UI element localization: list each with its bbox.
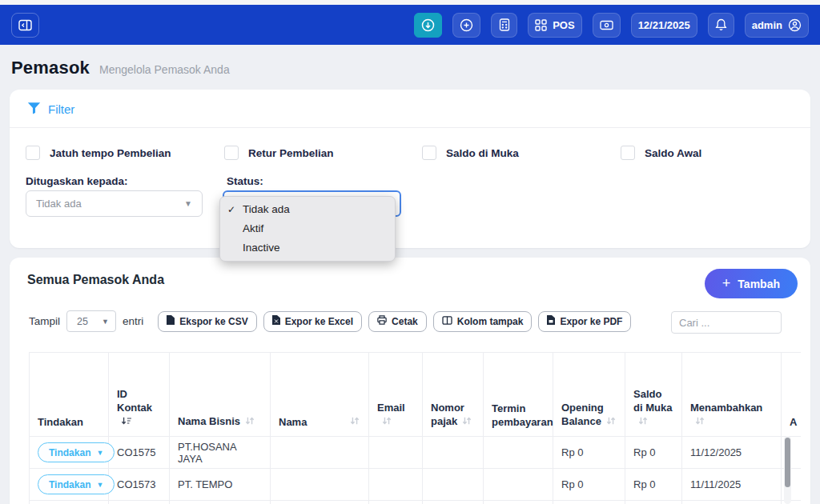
cell-payment-terms	[484, 437, 553, 469]
add-button-label: Tambah	[738, 278, 780, 290]
notifications-button[interactable]	[708, 13, 734, 38]
cell-saldo-di-muka: Rp 0	[625, 469, 682, 501]
quick-download-button[interactable]	[414, 13, 442, 38]
top-navbar: POS 12/21/2025 admin	[0, 5, 820, 45]
cell-opening-balance: Rp 0	[553, 469, 625, 501]
export-pdf-button[interactable]: Expor ke PDF	[538, 311, 631, 332]
export-excel-label: Expor ke Excel	[285, 316, 353, 327]
col-label: A	[790, 416, 797, 428]
cell-tax-no	[423, 469, 484, 501]
date-label: 12/21/2025	[638, 19, 690, 31]
saldo-awal-checkbox[interactable]	[621, 146, 635, 160]
filter-card: Filter Jatuh tempo Pembelian Retur Pembe…	[10, 90, 810, 248]
add-circle-button[interactable]	[452, 13, 480, 38]
user-circle-icon	[788, 18, 802, 32]
download-circle-icon	[421, 18, 435, 32]
jatuh-tempo-label: Jatuh tempo Pembelian	[50, 147, 171, 159]
sidebar-toggle-button[interactable]	[11, 13, 39, 38]
suppliers-card: Semua Pemasok Anda + Tambah Tampil 25 ▼ …	[10, 258, 810, 504]
option-label: Aktif	[243, 222, 263, 234]
cash-register-button[interactable]	[593, 13, 621, 38]
retur-label: Retur Pembelian	[248, 147, 334, 159]
col-label: Termin pembayaran	[492, 402, 553, 428]
column-visibility-label: Kolom tampak	[457, 316, 524, 327]
cell-added: 11/11/2025	[682, 469, 782, 501]
chevron-down-icon: ▼	[96, 449, 103, 457]
col-truncated: A	[782, 353, 802, 437]
col-nomor-pajak[interactable]: Nomor pajak	[423, 353, 484, 437]
cell-email	[369, 469, 423, 501]
chevron-down-icon: ▼	[184, 199, 192, 208]
status-option-inactive[interactable]: Inactive	[220, 238, 395, 258]
pos-button[interactable]: POS	[528, 13, 581, 38]
col-label: Email	[377, 402, 405, 414]
export-buttons-group: Ekspor ke CSV Expor ke Excel Cetak	[158, 311, 631, 332]
print-label: Cetak	[392, 316, 418, 327]
action-label: Tindakan	[49, 447, 90, 458]
col-email[interactable]: Email	[369, 353, 423, 437]
add-supplier-button[interactable]: + Tambah	[705, 269, 798, 298]
print-button[interactable]: Cetak	[368, 311, 427, 332]
cell-nama	[271, 469, 369, 501]
cell-business-name: PT.HOSANA JAYA	[170, 437, 271, 469]
col-id-kontak[interactable]: ID Kontak	[109, 353, 170, 437]
export-excel-button[interactable]: Expor ke Excel	[263, 311, 362, 332]
saldo-awal-label: Saldo Awal	[645, 147, 701, 159]
col-menambahkan[interactable]: Menambahkan	[682, 353, 782, 437]
chevron-down-icon: ▼	[102, 318, 109, 326]
cell-saldo-di-muka: Rp 0	[625, 437, 682, 469]
col-opening-balance[interactable]: Opening Balance	[553, 353, 625, 437]
col-saldo-di-muka[interactable]: Saldo di Muka	[625, 353, 682, 437]
checkmark-icon: ✓	[227, 202, 235, 217]
filter-icon	[27, 102, 41, 117]
cell-business-name: PT. TEMPO	[170, 469, 271, 501]
status-dropdown-menu: ✓ Tidak ada Aktif Inactive	[219, 196, 396, 262]
table-scrollbar[interactable]	[784, 436, 791, 504]
saldo-muka-checkbox[interactable]	[422, 146, 436, 160]
col-nama-bisnis[interactable]: Nama Bisnis	[170, 353, 271, 437]
printer-icon	[377, 315, 387, 327]
scrollbar-thumb[interactable]	[785, 438, 790, 487]
date-button[interactable]: 12/21/2025	[631, 13, 697, 38]
assigned-to-value: Tidak ada	[36, 198, 82, 210]
user-menu-button[interactable]: admin	[745, 13, 809, 38]
table-row-partial	[30, 501, 802, 504]
col-nama[interactable]: Nama	[271, 353, 369, 437]
cell-payment-terms	[484, 469, 553, 501]
checkbox-item-jatuh-tempo: Jatuh tempo Pembelian	[26, 146, 171, 160]
col-label: Opening Balance	[561, 402, 604, 427]
username-label: admin	[752, 19, 782, 31]
checkbox-item-retur: Retur Pembelian	[224, 146, 334, 160]
columns-icon	[442, 316, 452, 327]
sort-icon	[694, 415, 705, 429]
col-label: ID Kontak	[117, 388, 152, 414]
col-label: Nomor pajak	[431, 402, 464, 427]
search-input[interactable]	[671, 311, 782, 334]
cell-contact-id: CO1573	[109, 469, 170, 501]
sort-icon	[605, 415, 617, 429]
jatuh-tempo-checkbox[interactable]	[26, 146, 40, 160]
row-action-button[interactable]: Tindakan▼	[38, 474, 115, 494]
show-label: Tampil	[29, 315, 60, 327]
sidebar-toggle-icon	[18, 19, 32, 31]
page-length-select[interactable]: 25 ▼	[66, 310, 116, 332]
row-action-button[interactable]: Tindakan▼	[38, 442, 115, 462]
col-label: Tindakan	[38, 416, 83, 428]
cell-contact-id: CO1575	[109, 437, 170, 469]
entries-label: entri	[123, 315, 143, 327]
status-option-aktif[interactable]: Aktif	[220, 219, 395, 238]
sort-icon	[461, 415, 472, 429]
calculator-button[interactable]	[491, 13, 517, 38]
chevron-down-icon: ▼	[96, 481, 103, 489]
page-header: Pemasok Mengelola Pemasok Anda	[11, 58, 230, 78]
column-visibility-button[interactable]: Kolom tampak	[433, 311, 533, 332]
cell-added: 11/12/2025	[682, 437, 782, 469]
table-row: Tindakan▼ CO1573 PT. TEMPO Rp 0 Rp 0 11/…	[30, 469, 802, 501]
col-label: Nama	[279, 416, 307, 428]
status-option-tidak-ada[interactable]: ✓ Tidak ada	[220, 200, 395, 219]
table-header-row: Tindakan ID Kontak Nama Bisnis Nama Emai…	[30, 353, 802, 437]
export-csv-button[interactable]: Ekspor ke CSV	[158, 311, 256, 332]
assigned-to-select[interactable]: Tidak ada ▼	[26, 190, 203, 217]
action-label: Tindakan	[49, 479, 90, 490]
retur-checkbox[interactable]	[224, 146, 239, 160]
